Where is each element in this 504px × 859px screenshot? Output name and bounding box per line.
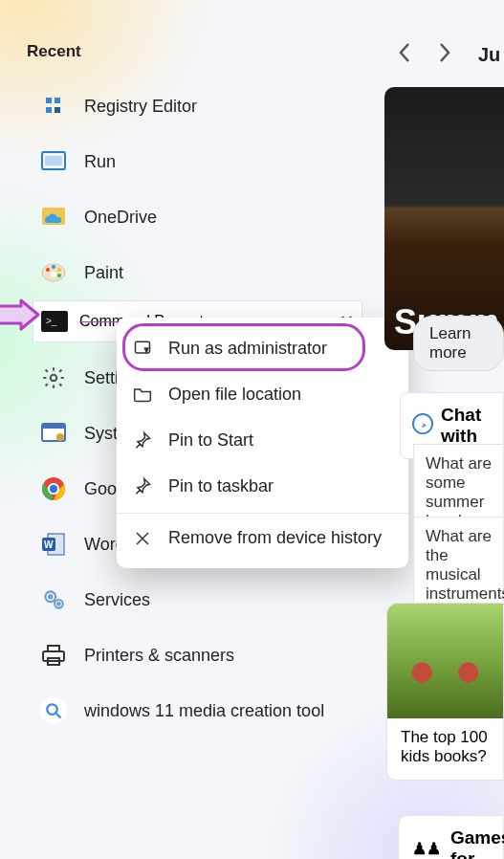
- chess-icon: ♟♟: [412, 839, 441, 859]
- games-card[interactable]: ♟♟ Games for: [398, 815, 504, 859]
- command-prompt-icon: >_: [41, 308, 68, 335]
- recent-item-label: Registry Editor: [84, 97, 197, 117]
- recent-item-printers[interactable]: Printers & scanners: [0, 628, 359, 683]
- ctx-run-as-admin[interactable]: Run as administrator: [117, 325, 408, 371]
- close-icon: [132, 528, 153, 549]
- svg-point-37: [413, 413, 432, 432]
- games-label: Games for: [450, 827, 504, 859]
- recent-item-label: Paint: [84, 263, 123, 283]
- svg-rect-3: [55, 107, 60, 113]
- svg-rect-5: [45, 156, 62, 165]
- svg-point-11: [57, 274, 61, 277]
- paint-icon: [40, 259, 67, 286]
- onedrive-icon: [40, 204, 67, 231]
- svg-point-9: [52, 265, 55, 269]
- svg-point-21: [50, 485, 57, 493]
- registry-editor-icon: [40, 93, 67, 120]
- services-icon: [40, 586, 67, 613]
- recent-heading: Recent: [0, 0, 359, 78]
- ctx-remove-history[interactable]: Remove from device history: [117, 513, 408, 561]
- recent-item-label: OneDrive: [84, 208, 157, 228]
- bing-icon: [412, 413, 433, 439]
- ctx-item-label: Open file location: [168, 385, 301, 405]
- shield-admin-icon: [132, 338, 153, 359]
- pin-icon: [132, 430, 153, 451]
- recent-item-run[interactable]: Run: [0, 134, 359, 189]
- word-icon: W: [40, 531, 67, 558]
- svg-point-8: [46, 268, 50, 272]
- search-icon: [40, 697, 67, 724]
- ctx-item-label: Run as administrator: [168, 339, 327, 359]
- svg-text:>_: >_: [46, 316, 57, 326]
- printer-icon: [40, 642, 67, 669]
- run-icon: [40, 148, 67, 175]
- svg-point-27: [49, 595, 52, 598]
- svg-point-12: [51, 272, 56, 277]
- chat-header-label: Chat with: [441, 405, 495, 447]
- recent-item-paint[interactable]: Paint: [0, 245, 359, 300]
- recent-item-services[interactable]: Services: [0, 572, 359, 628]
- svg-rect-30: [48, 646, 59, 651]
- nav-next-button[interactable]: [438, 42, 451, 68]
- recent-item-search[interactable]: windows 11 media creation tool: [0, 683, 359, 738]
- recent-item-registry-editor[interactable]: Registry Editor: [0, 78, 359, 134]
- photo-card-image: [387, 604, 503, 718]
- recent-item-label: Services: [84, 590, 150, 610]
- svg-rect-1: [55, 98, 60, 103]
- recent-item-label: Run: [84, 152, 116, 172]
- ctx-open-file-location[interactable]: Open file location: [117, 371, 408, 417]
- svg-rect-17: [42, 424, 65, 429]
- ctx-pin-to-taskbar[interactable]: Pin to taskbar: [117, 463, 408, 509]
- hero-card[interactable]: Summ: [384, 87, 504, 350]
- chat-suggestion-2[interactable]: What are the musical instruments: [413, 517, 504, 614]
- gear-icon: [40, 364, 67, 391]
- ctx-item-label: Remove from device history: [168, 528, 382, 548]
- ctx-item-label: Pin to taskbar: [168, 476, 274, 496]
- photo-card[interactable]: The top 100 kids books?: [386, 603, 504, 781]
- svg-point-10: [57, 268, 61, 272]
- svg-point-15: [51, 375, 57, 382]
- recent-item-onedrive[interactable]: OneDrive: [0, 189, 359, 245]
- svg-point-18: [56, 433, 64, 441]
- annotation-arrow: [0, 300, 38, 329]
- folder-icon: [132, 384, 153, 405]
- svg-rect-0: [46, 98, 52, 103]
- photo-card-caption: The top 100 kids books?: [387, 718, 503, 780]
- month-label: Ju: [478, 44, 500, 66]
- svg-rect-29: [43, 651, 64, 661]
- nav-prev-button[interactable]: [398, 42, 411, 68]
- svg-text:W: W: [44, 540, 54, 550]
- svg-rect-2: [46, 107, 52, 113]
- learn-more-button[interactable]: Learn more: [413, 316, 504, 371]
- recent-item-label: Printers & scanners: [84, 646, 234, 666]
- svg-point-32: [47, 704, 57, 715]
- svg-line-33: [56, 714, 61, 718]
- pin-icon: [132, 475, 153, 496]
- recent-item-label: windows 11 media creation tool: [84, 701, 324, 721]
- ctx-pin-to-start[interactable]: Pin to Start: [117, 417, 408, 463]
- ctx-item-label: Pin to Start: [168, 430, 253, 451]
- svg-point-28: [57, 603, 60, 606]
- context-menu: Run as administrator Open file location …: [117, 318, 408, 568]
- system-config-icon: [40, 420, 67, 447]
- chrome-icon: [40, 475, 67, 502]
